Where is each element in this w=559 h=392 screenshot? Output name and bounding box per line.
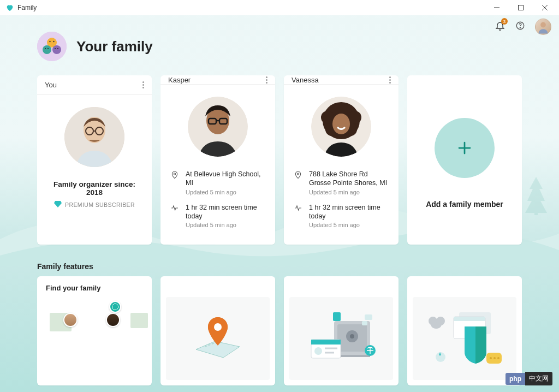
add-member-card[interactable]: Add a family member xyxy=(407,75,522,245)
location-line2: Grosse Pointe Shores, MI xyxy=(309,179,387,187)
map-pin-member xyxy=(106,313,120,327)
svg-point-20 xyxy=(84,117,105,143)
plus-icon xyxy=(435,118,495,178)
member-card-kasper[interactable]: Kasper xyxy=(160,75,275,245)
svg-point-60 xyxy=(429,317,437,325)
avatar xyxy=(188,97,248,157)
member-name: You xyxy=(45,81,57,89)
watermark: php 中文网 xyxy=(506,372,552,385)
svg-point-6 xyxy=(540,22,546,28)
help-button[interactable] xyxy=(515,21,525,33)
feature-card-safety[interactable] xyxy=(284,276,399,385)
member-name: Vanessa xyxy=(292,76,319,84)
svg-point-64 xyxy=(490,357,492,359)
premium-badge: PREMIUM SUBSCRIBER xyxy=(47,201,142,209)
svg-point-34 xyxy=(321,111,334,124)
location-text: At Bellevue High School, MI xyxy=(186,170,265,188)
svg-point-61 xyxy=(436,317,445,325)
screen-time-text: 1 hr 32 min screen time today xyxy=(309,203,389,221)
screen-time-updated: Updated 5 min ago xyxy=(186,222,265,228)
svg-point-15 xyxy=(52,45,61,54)
svg-point-14 xyxy=(47,48,49,49)
family-logo-icon xyxy=(37,32,67,61)
svg-rect-55 xyxy=(365,314,372,320)
diamond-icon xyxy=(54,201,62,209)
member-cards-row: You xyxy=(37,75,559,245)
svg-point-17 xyxy=(57,48,58,49)
safety-illustration xyxy=(289,297,393,380)
features-row: Find your family xyxy=(37,276,559,385)
svg-point-13 xyxy=(45,48,46,49)
activity-icon xyxy=(170,204,180,229)
content-illustration xyxy=(413,297,516,380)
svg-point-11 xyxy=(53,41,54,42)
notifications-badge: 3 xyxy=(501,18,508,25)
location-updated: Updated 5 min ago xyxy=(186,189,265,195)
svg-point-12 xyxy=(43,45,51,54)
svg-point-50 xyxy=(314,347,322,355)
svg-point-46 xyxy=(350,334,354,338)
activity-icon xyxy=(294,204,304,229)
svg-point-5 xyxy=(520,27,520,28)
avatar xyxy=(311,97,371,157)
card-more-button[interactable] xyxy=(266,76,267,84)
minimize-button[interactable] xyxy=(485,0,509,15)
close-button[interactable] xyxy=(533,0,557,15)
screen-time-updated: Updated 5 min ago xyxy=(309,222,389,228)
svg-point-42 xyxy=(214,323,222,331)
member-card-vanessa[interactable]: Vanessa xyxy=(284,75,399,245)
features-section-title: Family features xyxy=(37,262,559,271)
app-icon xyxy=(5,3,14,12)
page-header: Your family xyxy=(37,32,559,61)
member-card-you[interactable]: You xyxy=(37,75,152,245)
svg-point-10 xyxy=(49,41,50,42)
feature-label: Find your family xyxy=(37,276,152,292)
svg-point-62 xyxy=(436,352,445,362)
window-title: Family xyxy=(17,4,37,11)
card-more-button[interactable] xyxy=(389,76,391,84)
avatar xyxy=(64,107,124,167)
location-illustration xyxy=(166,297,270,380)
feature-card-find-family[interactable]: Find your family xyxy=(37,276,152,385)
member-name: Kasper xyxy=(168,76,191,84)
feature-card-location[interactable] xyxy=(160,276,275,385)
map-pin-member xyxy=(63,313,78,327)
titlebar: Family xyxy=(0,0,559,15)
feature-card-content[interactable] xyxy=(407,276,522,385)
svg-point-66 xyxy=(497,357,499,359)
add-member-label: Add a family member xyxy=(426,200,503,209)
map-pin-self xyxy=(109,301,121,313)
svg-point-65 xyxy=(493,357,496,359)
svg-point-16 xyxy=(55,48,56,49)
svg-rect-1 xyxy=(519,5,524,10)
svg-rect-56 xyxy=(362,321,367,325)
maximize-button[interactable] xyxy=(509,0,533,15)
svg-point-30 xyxy=(174,173,175,175)
svg-point-39 xyxy=(297,173,299,175)
svg-rect-59 xyxy=(454,317,485,321)
svg-point-35 xyxy=(348,111,361,124)
organizer-since-text: Family organizer since: 2018 xyxy=(47,180,142,197)
card-more-button[interactable] xyxy=(142,81,144,88)
location-icon xyxy=(170,170,180,195)
location-updated: Updated 5 min ago xyxy=(309,189,387,195)
location-line1: 788 Lake Shore Rd xyxy=(309,170,387,179)
page-title: Your family xyxy=(76,38,153,55)
svg-point-38 xyxy=(332,114,350,134)
svg-rect-49 xyxy=(311,340,341,345)
screen-time-text: 1 hr 32 min screen time today xyxy=(186,203,265,221)
svg-rect-54 xyxy=(333,312,341,321)
location-icon xyxy=(294,170,304,195)
